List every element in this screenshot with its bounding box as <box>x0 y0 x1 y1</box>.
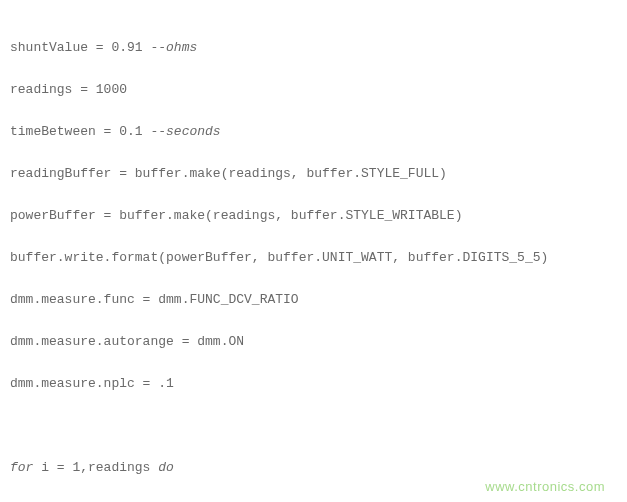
code-line: timeBetween = 0.1 --seconds <box>10 121 617 142</box>
code-block: shuntValue = 0.91 --ohms readings = 1000… <box>0 0 627 502</box>
code-text: shuntValue = 0.91 <box>10 40 150 55</box>
code-text: readingBuffer = buffer.make(readings, bu… <box>10 166 447 181</box>
code-line: buffer.write.format(powerBuffer, buffer.… <box>10 247 617 268</box>
code-text: dmm.measure.func = dmm.FUNC_DCV_RATIO <box>10 292 299 307</box>
code-line: shuntValue = 0.91 --ohms <box>10 37 617 58</box>
code-text: readings = 1000 <box>10 82 127 97</box>
blank-line <box>10 415 617 436</box>
code-keyword: do <box>158 460 174 475</box>
code-line: readings = 1000 <box>10 79 617 100</box>
code-text: i = 1,readings <box>33 460 158 475</box>
code-text: dmm.measure.nplc = .1 <box>10 376 174 391</box>
code-text: dmm.measure.autorange = dmm.ON <box>10 334 244 349</box>
code-line: powerBuffer = buffer.make(readings, buff… <box>10 205 617 226</box>
code-comment: --seconds <box>150 124 220 139</box>
code-text: buffer.write.format(powerBuffer, buffer.… <box>10 250 548 265</box>
code-comment: --ohms <box>150 40 197 55</box>
watermark-text: www.cntronics.com <box>485 479 605 494</box>
code-line: dmm.measure.autorange = dmm.ON <box>10 331 617 352</box>
code-line: dmm.measure.func = dmm.FUNC_DCV_RATIO <box>10 289 617 310</box>
code-line: readingBuffer = buffer.make(readings, bu… <box>10 163 617 184</box>
code-line: for i = 1,readings do <box>10 457 617 478</box>
code-keyword: for <box>10 460 33 475</box>
code-text: timeBetween = 0.1 <box>10 124 150 139</box>
code-line: dmm.measure.nplc = .1 <box>10 373 617 394</box>
code-text: powerBuffer = buffer.make(readings, buff… <box>10 208 462 223</box>
